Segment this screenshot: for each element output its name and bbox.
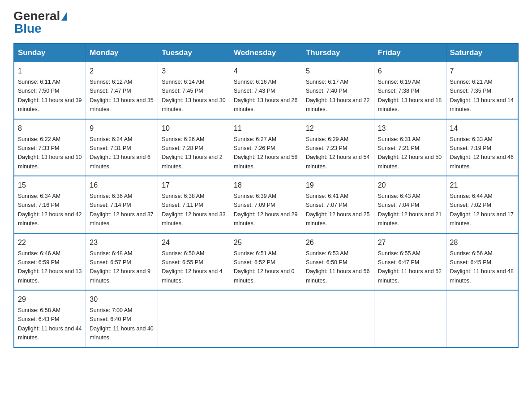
day-number: 15 <box>18 180 82 191</box>
day-number: 1 <box>18 66 82 77</box>
day-number: 11 <box>234 123 298 134</box>
day-info: Sunrise: 6:24 AMSunset: 7:31 PMDaylight:… <box>90 136 150 170</box>
day-number: 6 <box>378 66 442 77</box>
day-number: 28 <box>450 237 514 248</box>
calendar-day-cell: 30 Sunrise: 7:00 AMSunset: 6:40 PMDaylig… <box>86 290 158 347</box>
day-info: Sunrise: 6:53 AMSunset: 6:50 PMDaylight:… <box>306 250 369 284</box>
day-number: 8 <box>18 123 82 134</box>
calendar-day-cell: 20 Sunrise: 6:43 AMSunset: 7:04 PMDaylig… <box>374 176 446 233</box>
day-info: Sunrise: 6:44 AMSunset: 7:02 PMDaylight:… <box>450 193 514 227</box>
day-info: Sunrise: 6:38 AMSunset: 7:11 PMDaylight:… <box>162 193 225 227</box>
day-number: 25 <box>234 237 298 248</box>
calendar-day-cell: 8 Sunrise: 6:22 AMSunset: 7:33 PMDayligh… <box>14 119 86 176</box>
day-info: Sunrise: 6:51 AMSunset: 6:52 PMDaylight:… <box>234 250 295 284</box>
calendar-day-cell: 18 Sunrise: 6:39 AMSunset: 7:09 PMDaylig… <box>230 176 302 233</box>
calendar-table: SundayMondayTuesdayWednesdayThursdayFrid… <box>13 43 519 348</box>
calendar-day-cell: 29 Sunrise: 6:58 AMSunset: 6:43 PMDaylig… <box>14 290 86 347</box>
day-info: Sunrise: 6:16 AMSunset: 7:43 PMDaylight:… <box>234 79 297 112</box>
day-number: 29 <box>18 294 82 305</box>
page-header: General Blue <box>13 9 519 36</box>
day-info: Sunrise: 6:56 AMSunset: 6:45 PMDaylight:… <box>450 250 514 284</box>
calendar-day-cell: 10 Sunrise: 6:26 AMSunset: 7:28 PMDaylig… <box>158 119 230 176</box>
day-info: Sunrise: 6:22 AMSunset: 7:33 PMDaylight:… <box>18 136 82 170</box>
day-number: 13 <box>378 123 442 134</box>
day-of-week-saturday: Saturday <box>446 43 518 62</box>
day-number: 9 <box>90 123 154 134</box>
calendar-day-cell: 5 Sunrise: 6:17 AMSunset: 7:40 PMDayligh… <box>302 62 374 119</box>
day-info: Sunrise: 6:48 AMSunset: 6:57 PMDaylight:… <box>90 250 150 284</box>
day-number: 7 <box>450 66 514 77</box>
day-number: 27 <box>378 237 442 248</box>
calendar-day-cell <box>374 290 446 347</box>
day-info: Sunrise: 6:39 AMSunset: 7:09 PMDaylight:… <box>234 193 297 227</box>
day-info: Sunrise: 6:31 AMSunset: 7:21 PMDaylight:… <box>378 136 442 170</box>
logo-triangle-icon <box>61 12 67 21</box>
day-info: Sunrise: 6:12 AMSunset: 7:47 PMDaylight:… <box>90 79 153 112</box>
day-info: Sunrise: 6:17 AMSunset: 7:40 PMDaylight:… <box>306 79 369 112</box>
day-info: Sunrise: 6:46 AMSunset: 6:59 PMDaylight:… <box>18 250 82 284</box>
calendar-day-cell <box>446 290 518 347</box>
day-number: 18 <box>234 180 298 191</box>
calendar-day-cell: 11 Sunrise: 6:27 AMSunset: 7:26 PMDaylig… <box>230 119 302 176</box>
calendar-day-cell: 26 Sunrise: 6:53 AMSunset: 6:50 PMDaylig… <box>302 233 374 291</box>
day-number: 26 <box>306 237 370 248</box>
day-number: 21 <box>450 180 514 191</box>
day-info: Sunrise: 6:41 AMSunset: 7:07 PMDaylight:… <box>306 193 369 227</box>
calendar-day-cell: 12 Sunrise: 6:29 AMSunset: 7:23 PMDaylig… <box>302 119 374 176</box>
calendar-day-cell: 24 Sunrise: 6:50 AMSunset: 6:55 PMDaylig… <box>158 233 230 291</box>
calendar-day-cell: 28 Sunrise: 6:56 AMSunset: 6:45 PMDaylig… <box>446 233 518 291</box>
day-number: 5 <box>306 66 370 77</box>
day-info: Sunrise: 6:55 AMSunset: 6:47 PMDaylight:… <box>378 250 442 284</box>
day-number: 16 <box>90 180 154 191</box>
day-number: 22 <box>18 237 82 248</box>
day-number: 23 <box>90 237 154 248</box>
calendar-day-cell: 14 Sunrise: 6:33 AMSunset: 7:19 PMDaylig… <box>446 119 518 176</box>
day-info: Sunrise: 7:00 AMSunset: 6:40 PMDaylight:… <box>90 307 153 341</box>
calendar-day-cell <box>302 290 374 347</box>
day-info: Sunrise: 6:29 AMSunset: 7:23 PMDaylight:… <box>306 136 369 170</box>
calendar-day-cell: 9 Sunrise: 6:24 AMSunset: 7:31 PMDayligh… <box>86 119 158 176</box>
day-info: Sunrise: 6:58 AMSunset: 6:43 PMDaylight:… <box>18 307 82 341</box>
calendar-day-cell: 7 Sunrise: 6:21 AMSunset: 7:35 PMDayligh… <box>446 62 518 119</box>
day-info: Sunrise: 6:43 AMSunset: 7:04 PMDaylight:… <box>378 193 442 227</box>
day-info: Sunrise: 6:26 AMSunset: 7:28 PMDaylight:… <box>162 136 223 170</box>
logo: General Blue <box>13 9 67 36</box>
day-number: 3 <box>162 66 226 77</box>
calendar-day-cell: 6 Sunrise: 6:19 AMSunset: 7:38 PMDayligh… <box>374 62 446 119</box>
calendar-day-cell: 16 Sunrise: 6:36 AMSunset: 7:14 PMDaylig… <box>86 176 158 233</box>
day-info: Sunrise: 6:27 AMSunset: 7:26 PMDaylight:… <box>234 136 297 170</box>
calendar-day-cell: 23 Sunrise: 6:48 AMSunset: 6:57 PMDaylig… <box>86 233 158 291</box>
calendar-day-cell: 15 Sunrise: 6:34 AMSunset: 7:16 PMDaylig… <box>14 176 86 233</box>
calendar-day-cell: 3 Sunrise: 6:14 AMSunset: 7:45 PMDayligh… <box>158 62 230 119</box>
day-of-week-friday: Friday <box>374 43 446 62</box>
day-of-week-sunday: Sunday <box>14 43 86 62</box>
day-number: 2 <box>90 66 154 77</box>
calendar-week-row: 22 Sunrise: 6:46 AMSunset: 6:59 PMDaylig… <box>14 233 518 291</box>
calendar-day-cell: 22 Sunrise: 6:46 AMSunset: 6:59 PMDaylig… <box>14 233 86 291</box>
day-info: Sunrise: 6:34 AMSunset: 7:16 PMDaylight:… <box>18 193 82 227</box>
calendar-week-row: 29 Sunrise: 6:58 AMSunset: 6:43 PMDaylig… <box>14 290 518 347</box>
day-info: Sunrise: 6:14 AMSunset: 7:45 PMDaylight:… <box>162 79 225 112</box>
day-info: Sunrise: 6:21 AMSunset: 7:35 PMDaylight:… <box>450 79 514 112</box>
day-of-week-monday: Monday <box>86 43 158 62</box>
day-number: 24 <box>162 237 226 248</box>
calendar-day-cell: 17 Sunrise: 6:38 AMSunset: 7:11 PMDaylig… <box>158 176 230 233</box>
day-number: 19 <box>306 180 370 191</box>
day-info: Sunrise: 6:50 AMSunset: 6:55 PMDaylight:… <box>162 250 223 284</box>
calendar-day-cell: 13 Sunrise: 6:31 AMSunset: 7:21 PMDaylig… <box>374 119 446 176</box>
calendar-week-row: 1 Sunrise: 6:11 AMSunset: 7:50 PMDayligh… <box>14 62 518 119</box>
day-info: Sunrise: 6:36 AMSunset: 7:14 PMDaylight:… <box>90 193 153 227</box>
calendar-day-cell: 4 Sunrise: 6:16 AMSunset: 7:43 PMDayligh… <box>230 62 302 119</box>
day-number: 12 <box>306 123 370 134</box>
calendar-day-cell: 2 Sunrise: 6:12 AMSunset: 7:47 PMDayligh… <box>86 62 158 119</box>
day-info: Sunrise: 6:19 AMSunset: 7:38 PMDaylight:… <box>378 79 442 112</box>
day-number: 4 <box>234 66 298 77</box>
day-number: 30 <box>90 294 154 305</box>
logo-blue-text: Blue <box>13 21 42 36</box>
calendar-day-cell: 27 Sunrise: 6:55 AMSunset: 6:47 PMDaylig… <box>374 233 446 291</box>
calendar-week-row: 8 Sunrise: 6:22 AMSunset: 7:33 PMDayligh… <box>14 119 518 176</box>
calendar-day-cell <box>158 290 230 347</box>
day-of-week-tuesday: Tuesday <box>158 43 230 62</box>
day-number: 10 <box>162 123 226 134</box>
day-of-week-thursday: Thursday <box>302 43 374 62</box>
